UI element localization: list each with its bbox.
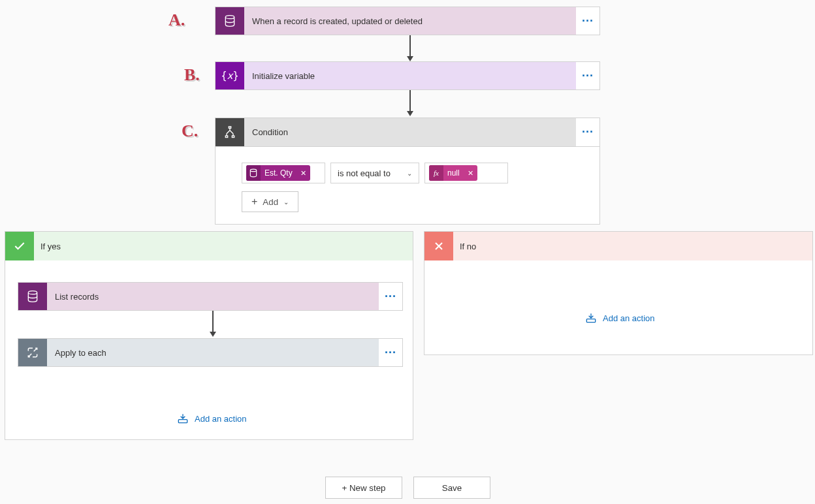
- annotation-a: A.: [168, 12, 185, 29]
- operator-label: is not equal to: [338, 168, 391, 178]
- annotation-b: B.: [184, 67, 200, 84]
- svg-rect-7: [586, 319, 595, 323]
- condition-add-button[interactable]: + Add ⌄: [242, 191, 298, 212]
- save-button[interactable]: Save: [413, 477, 490, 499]
- trigger-title: When a record is created, updated or del…: [252, 16, 423, 26]
- if-yes-label: If yes: [34, 242, 61, 251]
- svg-rect-6: [178, 420, 187, 423]
- list-records-card[interactable]: List records ···: [18, 282, 403, 311]
- condition-right-operand[interactable]: fx null ✕: [424, 163, 508, 183]
- trigger-card[interactable]: When a record is created, updated or del…: [215, 7, 600, 35]
- database-icon: [216, 7, 244, 35]
- variable-icon: {x}: [216, 62, 244, 89]
- trigger-menu-button[interactable]: ···: [576, 14, 599, 28]
- new-step-button[interactable]: + New step: [325, 477, 402, 499]
- apply-each-menu-button[interactable]: ···: [379, 346, 402, 360]
- annotation-c: C.: [182, 123, 198, 140]
- list-records-title: List records: [55, 292, 99, 302]
- condition-icon: [216, 118, 244, 146]
- condition-right-chip-label: null: [443, 168, 464, 178]
- svg-rect-3: [229, 126, 231, 128]
- initvar-menu-button[interactable]: ···: [576, 69, 599, 83]
- condition-header[interactable]: Condition ···: [216, 118, 599, 147]
- add-label: Add: [263, 197, 278, 207]
- condition-card: Condition ··· Est. Qty ✕ is not equal to…: [215, 118, 600, 225]
- if-no-header[interactable]: If no: [424, 232, 812, 260]
- svg-rect-2: [232, 136, 234, 138]
- new-step-label: + New step: [342, 483, 385, 493]
- condition-title: Condition: [252, 127, 288, 137]
- if-yes-header[interactable]: If yes: [5, 232, 413, 260]
- condition-operator-select[interactable]: is not equal to ⌄: [330, 163, 419, 183]
- chevron-down-icon: ⌄: [407, 170, 412, 177]
- add-action-yes[interactable]: Add an action: [176, 412, 247, 425]
- plus-icon: +: [251, 197, 257, 207]
- fx-chip-icon: fx: [429, 165, 443, 181]
- database-icon: [18, 283, 47, 310]
- save-label: Save: [442, 483, 462, 493]
- if-yes-branch: If yes List records ···: [5, 231, 413, 440]
- if-no-branch: If no Add an action: [424, 231, 813, 355]
- apply-each-title: Apply to each: [55, 348, 106, 358]
- chip-remove-button[interactable]: ✕: [464, 169, 477, 178]
- connector-arrow: [407, 35, 413, 61]
- connector-arrow: [210, 311, 216, 337]
- check-icon: [5, 232, 34, 260]
- add-action-no[interactable]: Add an action: [584, 311, 655, 324]
- x-icon: [424, 232, 453, 260]
- add-action-no-label: Add an action: [603, 313, 655, 323]
- condition-left-chip-label: Est. Qty: [261, 168, 296, 178]
- add-action-yes-label: Add an action: [195, 414, 247, 424]
- chip-remove-button[interactable]: ✕: [296, 169, 310, 178]
- database-chip-icon: [246, 165, 261, 181]
- connector-arrow: [407, 90, 413, 116]
- list-records-menu-button[interactable]: ···: [379, 290, 402, 304]
- svg-point-0: [225, 16, 234, 19]
- initialize-variable-card[interactable]: {x} Initialize variable ···: [215, 61, 600, 90]
- svg-point-4: [250, 169, 256, 172]
- condition-menu-button[interactable]: ···: [576, 125, 599, 139]
- loop-icon: [18, 339, 47, 366]
- initvar-title: Initialize variable: [252, 71, 315, 81]
- svg-point-5: [28, 291, 37, 294]
- apply-to-each-card[interactable]: Apply to each ···: [18, 338, 403, 367]
- svg-rect-1: [225, 136, 227, 138]
- chevron-down-icon: ⌄: [283, 198, 289, 206]
- if-no-label: If no: [453, 242, 476, 251]
- condition-left-operand[interactable]: Est. Qty ✕: [242, 163, 325, 183]
